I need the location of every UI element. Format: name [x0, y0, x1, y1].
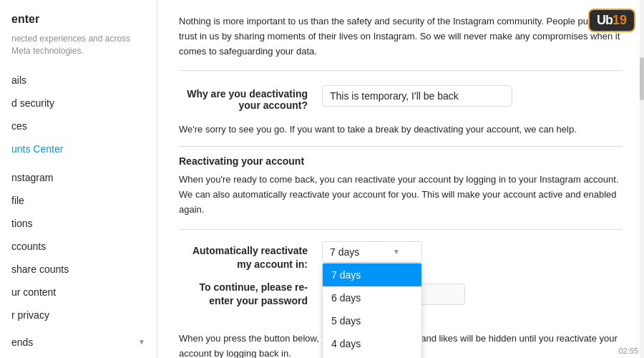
sidebar-item-notifications[interactable]: tions — [0, 212, 157, 235]
sidebar-item-privacy[interactable]: r privacy — [0, 304, 157, 326]
days-dropdown-trigger[interactable]: 7 days ▼ — [322, 241, 422, 263]
scroll-thumb[interactable] — [640, 57, 644, 100]
days-option-4days[interactable]: 4 days — [323, 332, 421, 355]
auto-reactivate-row: Automatically reactivate my account in: … — [179, 241, 623, 272]
reason-dropdown[interactable]: This is temporary, I'll be back Privacy … — [322, 85, 512, 107]
sorry-text: We're sorry to see you go. If you want t… — [179, 122, 623, 147]
scrollbar[interactable] — [640, 0, 644, 358]
main-content: Nothing is more important to us than the… — [157, 0, 644, 358]
days-dropdown-list: 7 days 6 days 5 days 4 days 3 days 2 day… — [322, 263, 422, 358]
chevron-down-icon: ▼ — [393, 248, 400, 256]
sidebar-item-emails[interactable]: ails — [0, 69, 157, 92]
sidebar-item-your-content[interactable]: ur content — [0, 281, 157, 304]
intro-text: Nothing is more important to us than the… — [179, 14, 623, 71]
reactivating-body: When you're ready to come back, you can … — [179, 173, 623, 229]
sidebar-item-password-security[interactable]: d security — [0, 92, 157, 115]
sidebar-item-accounts-center[interactable]: unts Center — [0, 137, 157, 160]
sidebar-item-friends[interactable]: ends — [11, 332, 33, 352]
deactivate-question-label: Why are you deactivating your account? — [179, 85, 322, 111]
logo-text-19: 19 — [613, 13, 627, 28]
days-option-5days[interactable]: 5 days — [323, 309, 421, 332]
reason-dropdown-wrapper: This is temporary, I'll be back Privacy … — [322, 85, 512, 107]
chevron-down-icon: ▼ — [138, 338, 145, 346]
sidebar-item-profile[interactable]: file — [0, 189, 157, 212]
sidebar-item-accounts[interactable]: ccounts — [0, 235, 157, 258]
days-option-7days[interactable]: 7 days — [323, 263, 421, 286]
sidebar-title: enter — [0, 7, 157, 32]
password-label: To continue, please re-enter your passwo… — [179, 281, 322, 309]
days-option-6days[interactable]: 6 days — [323, 286, 421, 309]
logo-watermark: Ub 19 — [588, 9, 635, 32]
deactivate-reason-content: This is temporary, I'll be back Privacy … — [322, 85, 623, 107]
sidebar-description: nected experiences and across Meta techn… — [0, 32, 157, 63]
sidebar-item-instagram[interactable]: nstagram — [0, 166, 157, 189]
days-option-3days[interactable]: 3 days — [323, 355, 421, 358]
sidebar-bottom: ends ▼ — [0, 326, 157, 358]
auto-reactivate-label: Automatically reactivate my account in: — [179, 241, 322, 272]
days-dropdown[interactable]: 7 days ▼ 7 days 6 days 5 days 4 days 3 d… — [322, 241, 422, 263]
days-dropdown-value: 7 days — [330, 246, 359, 258]
timestamp: 02:55 — [618, 347, 638, 355]
logo-text-ub: Ub — [597, 13, 613, 28]
sidebar-item-share-counts[interactable]: share counts — [0, 258, 157, 281]
reactivating-heading: Reactivating your account — [179, 155, 623, 167]
deactivate-reason-row: Why are you deactivating your account? T… — [179, 85, 623, 111]
sidebar: enter nected experiences and across Meta… — [0, 0, 157, 358]
sidebar-item-apps-websites[interactable]: ces — [0, 115, 157, 137]
